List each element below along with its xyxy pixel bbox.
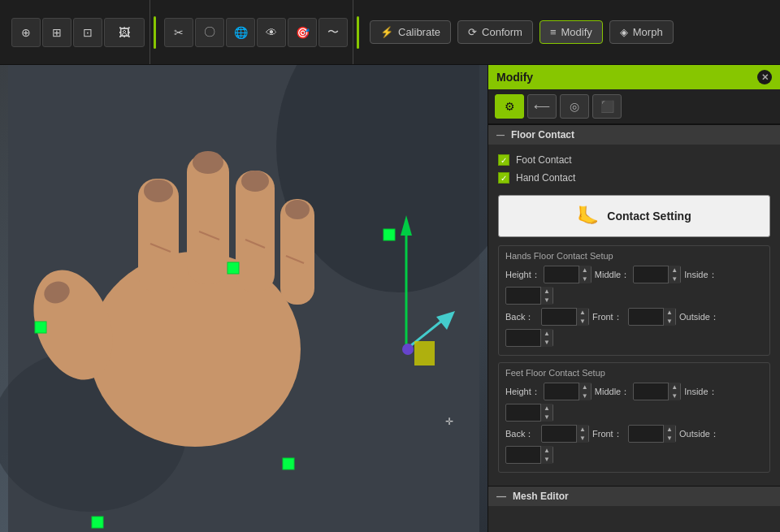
feet-back-spinbox[interactable]: 4.85 ▲ ▼ bbox=[541, 425, 589, 443]
feet-setup-title: Feet Floor Contact Setup bbox=[505, 368, 763, 378]
hands-middle-spinbox[interactable]: 11.13 ▲ ▼ bbox=[633, 266, 681, 283]
hands-back-down[interactable]: ▼ bbox=[577, 317, 588, 326]
bones-icon: ⟵ bbox=[534, 100, 550, 113]
toolbar-mode-tools: ✂ 〇 🌐 👁 🎯 〜 bbox=[159, 0, 353, 64]
hands-back-input[interactable]: 0.98 bbox=[542, 312, 576, 322]
hands-front-input[interactable]: 21.27 bbox=[629, 312, 663, 322]
right-panel: Modify ✕ ⚙ ⟵ ◎ ⬛ — Floor Contact bbox=[488, 65, 780, 532]
tab-settings[interactable]: ⚙ bbox=[495, 94, 524, 119]
skeleton-tool[interactable]: ✂ bbox=[164, 18, 193, 47]
feet-middle-spinbox[interactable]: 5.17 ▲ ▼ bbox=[633, 383, 681, 400]
globe-tool[interactable]: 🌐 bbox=[226, 18, 255, 47]
hand-contact-checkbox[interactable] bbox=[498, 172, 509, 184]
feet-height-input[interactable]: 14.21 bbox=[544, 387, 578, 396]
feet-height-spinbox[interactable]: 14.21 ▲ ▼ bbox=[544, 383, 592, 400]
hands-setup-group: Hands Floor Contact Setup Height： 1.47 ▲… bbox=[498, 245, 770, 356]
calibrate-icon: ⚡ bbox=[380, 26, 393, 38]
svg-point-12 bbox=[285, 200, 310, 219]
feet-outside-spinbox[interactable]: 4.40 ▲ ▼ bbox=[505, 446, 553, 464]
feet-outside-input[interactable]: 4.40 bbox=[506, 450, 540, 460]
hands-height-spinbox[interactable]: 1.47 ▲ ▼ bbox=[544, 266, 592, 283]
hands-outside-input[interactable]: 2.11 bbox=[506, 333, 540, 343]
feet-height-down[interactable]: ▼ bbox=[579, 391, 591, 400]
feet-middle-arrows: ▲ ▼ bbox=[668, 383, 680, 400]
hands-outside-up[interactable]: ▲ bbox=[541, 329, 552, 338]
floor-contact-section-header[interactable]: — Floor Contact bbox=[488, 124, 780, 145]
tab-checker[interactable]: ⬛ bbox=[592, 94, 622, 119]
viewport-bg: ✛ bbox=[0, 65, 488, 532]
hands-front-spinbox[interactable]: 21.27 ▲ ▼ bbox=[628, 308, 676, 326]
frame-tool[interactable]: 🖼 bbox=[104, 18, 145, 47]
hands-inside-down[interactable]: ▼ bbox=[541, 296, 552, 305]
hands-height-down[interactable]: ▼ bbox=[579, 275, 591, 283]
feet-front-label: Front： bbox=[592, 428, 625, 440]
morph-button[interactable]: ◈ Morph bbox=[609, 20, 674, 44]
fit-tool[interactable]: ⊡ bbox=[73, 18, 102, 47]
hands-middle-down[interactable]: ▼ bbox=[669, 275, 680, 283]
toolbar-action-tools: ⚡ Calibrate ⟳ Conform ≡ Modify ◈ Morph bbox=[362, 0, 681, 64]
move-tool[interactable]: ⊞ bbox=[42, 18, 72, 47]
svg-point-23 bbox=[402, 344, 414, 355]
viewport[interactable]: ✛ bbox=[0, 65, 488, 532]
hands-front-up[interactable]: ▲ bbox=[664, 308, 675, 317]
panel-tabs: ⚙ ⟵ ◎ ⬛ bbox=[488, 89, 780, 124]
feet-back-down[interactable]: ▼ bbox=[577, 434, 588, 443]
feet-middle-up[interactable]: ▲ bbox=[669, 383, 680, 391]
hands-front-label: Front： bbox=[592, 311, 625, 323]
feet-inside-up[interactable]: ▲ bbox=[541, 404, 552, 413]
feet-inside-down[interactable]: ▼ bbox=[541, 413, 552, 422]
transform-tool[interactable]: ⊕ bbox=[11, 18, 41, 47]
feet-height-up[interactable]: ▲ bbox=[579, 383, 591, 391]
hands-inside-up[interactable]: ▲ bbox=[541, 287, 552, 296]
foot-contact-checkbox[interactable] bbox=[498, 154, 509, 166]
feet-back-up[interactable]: ▲ bbox=[577, 425, 588, 434]
svg-rect-22 bbox=[414, 341, 435, 365]
hands-outside-spinbox[interactable]: 2.11 ▲ ▼ bbox=[505, 329, 553, 347]
calibrate-button[interactable]: ⚡ Calibrate bbox=[370, 20, 451, 44]
feet-outside-up[interactable]: ▲ bbox=[541, 446, 552, 455]
modify-button[interactable]: ≡ Modify bbox=[540, 20, 603, 44]
feet-outside-down[interactable]: ▼ bbox=[541, 455, 552, 464]
panel-close-button[interactable]: ✕ bbox=[757, 70, 772, 84]
hands-middle-arrows: ▲ ▼ bbox=[668, 266, 680, 283]
target-tool[interactable]: 🎯 bbox=[288, 18, 317, 47]
feet-front-spinbox[interactable]: 15.03 ▲ ▼ bbox=[628, 425, 676, 443]
hands-height-up[interactable]: ▲ bbox=[579, 266, 591, 275]
contact-setting-icon: 🦶 bbox=[577, 205, 599, 227]
hands-setup-title: Hands Floor Contact Setup bbox=[505, 251, 763, 261]
contact-setting-button[interactable]: 🦶 Contact Setting bbox=[498, 195, 770, 237]
feet-back-input[interactable]: 4.85 bbox=[542, 429, 576, 439]
svg-rect-28 bbox=[283, 458, 294, 469]
feet-middle-input[interactable]: 5.17 bbox=[634, 387, 668, 396]
panel-titlebar: Modify ✕ bbox=[488, 65, 780, 89]
mesh-editor-section-header[interactable]: — Mesh Editor bbox=[488, 486, 780, 506]
feet-setup-group: Feet Floor Contact Setup Height： 14.21 ▲… bbox=[498, 362, 770, 473]
hands-inside-input[interactable]: 10.19 bbox=[506, 291, 540, 301]
hands-middle-up[interactable]: ▲ bbox=[669, 266, 680, 275]
hands-middle-label: Middle： bbox=[595, 269, 630, 281]
morph-label: Morph bbox=[633, 26, 663, 38]
toolbar-sep-2 bbox=[357, 16, 359, 49]
hands-height-input[interactable]: 1.47 bbox=[544, 270, 578, 279]
hands-back-spinbox[interactable]: 0.98 ▲ ▼ bbox=[541, 308, 589, 326]
feet-front-input[interactable]: 15.03 bbox=[629, 429, 663, 439]
hands-middle-input[interactable]: 11.13 bbox=[634, 270, 668, 279]
feet-middle-down[interactable]: ▼ bbox=[669, 391, 680, 400]
eye-tool[interactable]: 👁 bbox=[257, 18, 286, 47]
hands-front-down[interactable]: ▼ bbox=[664, 317, 675, 326]
checker-icon: ⬛ bbox=[600, 100, 614, 113]
wave-tool[interactable]: 〜 bbox=[318, 18, 348, 47]
feet-front-up[interactable]: ▲ bbox=[664, 425, 675, 434]
hands-outside-down[interactable]: ▼ bbox=[541, 338, 552, 347]
conform-button[interactable]: ⟳ Conform bbox=[457, 20, 533, 44]
feet-inside-input[interactable]: 3.96 bbox=[506, 408, 540, 417]
hands-setup-row-2: Back： 0.98 ▲ ▼ Front： 21.27 bbox=[505, 308, 763, 347]
smooth-tool[interactable]: 〇 bbox=[195, 18, 224, 47]
modify-label: Modify bbox=[561, 26, 592, 38]
feet-front-down[interactable]: ▼ bbox=[664, 434, 675, 443]
hands-inside-spinbox[interactable]: 10.19 ▲ ▼ bbox=[505, 287, 553, 305]
tab-bones[interactable]: ⟵ bbox=[527, 94, 557, 119]
feet-inside-spinbox[interactable]: 3.96 ▲ ▼ bbox=[505, 404, 553, 422]
hands-back-up[interactable]: ▲ bbox=[577, 308, 588, 317]
tab-morph[interactable]: ◎ bbox=[560, 94, 589, 119]
